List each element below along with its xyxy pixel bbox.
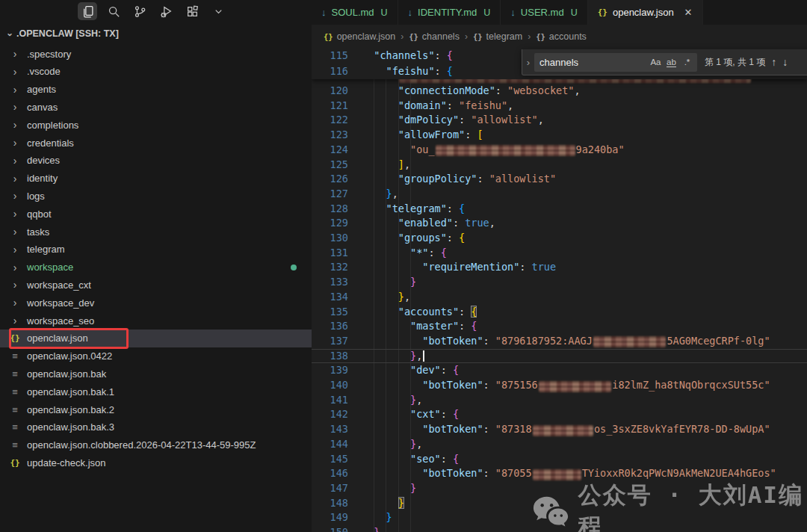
line-content: }, [362, 290, 410, 305]
sidebar-item-openclaw.json.bak[interactable]: ≡openclaw.json.bak [0, 365, 312, 383]
code-token [362, 276, 410, 288]
sidebar-item-canvas[interactable]: ›canvas [0, 98, 312, 116]
sidebar-item-completions[interactable]: ›completions [0, 116, 312, 134]
next-match-icon[interactable]: ↓ [782, 56, 788, 68]
sidebar-item-workspace_cxt[interactable]: ›workspace_cxt [0, 276, 312, 294]
code-token [362, 526, 374, 532]
breadcrumb-item-telegram[interactable]: {}telegram [473, 31, 522, 42]
code-line-137[interactable]: 137 "botToken": "8796187952:AAGJ5AG0Mceg… [312, 334, 807, 349]
sidebar-item-identity[interactable]: ›identity [0, 170, 312, 188]
code-line-124[interactable]: 124 "ou_9a240ba" [312, 143, 807, 158]
code-token: { [453, 408, 459, 420]
code-line-122[interactable]: 122 "dmPolicy": "allowlist", [312, 113, 807, 128]
line-number: 146 [312, 466, 348, 481]
source-control-icon[interactable] [130, 2, 149, 20]
sidebar-item-workspace[interactable]: ›workspace [0, 259, 312, 276]
sidebar-item-update-check.json[interactable]: {}update-check.json [0, 454, 312, 471]
sidebar-item-agents[interactable]: ›agents [0, 81, 312, 99]
breadcrumb-item-openclaw.json[interactable]: {}openclaw.json [324, 31, 395, 42]
sidebar-item-openclaw.json.0422[interactable]: ≡openclaw.json.0422 [0, 347, 312, 365]
sidebar-item-openclaw.json.bak.1[interactable]: ≡openclaw.json.bak.1 [0, 383, 312, 400]
code-line-136[interactable]: 136 "master": { [312, 319, 807, 334]
code-token: : [453, 217, 465, 229]
sidebar-item-.specstory[interactable]: ›.specstory [0, 45, 312, 63]
code-line-133[interactable]: 133 } [312, 275, 807, 290]
code-token [362, 306, 398, 318]
breadcrumb-item-accounts[interactable]: {}accounts [536, 31, 587, 42]
code-token: "botToken" [422, 467, 483, 479]
regex-icon[interactable]: .* [679, 58, 695, 66]
code-line-129[interactable]: 129 "enabled": true, [312, 216, 807, 231]
extensions-icon[interactable] [182, 2, 202, 20]
code-token: "groupPolicy" [398, 173, 477, 185]
code-line-130[interactable]: 130 "groups": { [312, 231, 807, 246]
code-token [362, 173, 398, 185]
file-label: tasks [27, 226, 49, 238]
breadcrumb-separator: › [528, 31, 531, 42]
tab-SOUL.md[interactable]: ↓SOUL.mdU [312, 0, 398, 25]
chevron-down-icon[interactable] [208, 2, 228, 20]
line-number: 140 [312, 378, 348, 393]
code-token: , [404, 158, 410, 170]
match-case-icon[interactable]: Aa [648, 58, 664, 66]
tab-USER.md[interactable]: ↓USER.mdU [501, 0, 587, 25]
sidebar-item-openclaw.json.bak.3[interactable]: ≡openclaw.json.bak.3 [0, 418, 312, 436]
code-line-145[interactable]: 145 "seo": { [312, 452, 807, 467]
breadcrumb-item-channels[interactable]: {}channels [409, 31, 460, 42]
code-line-143[interactable]: 143 "botToken": "87318os_3sxZE8vkYafEYR7… [312, 422, 807, 437]
code-line-127[interactable]: 127 }, [312, 187, 807, 202]
find-input[interactable]: channels Aa ab .* [534, 53, 697, 72]
sidebar-item-credentials[interactable]: ›credentials [0, 134, 312, 152]
sidebar-item-.vscode[interactable]: ›.vscode [0, 63, 312, 81]
previous-match-icon[interactable]: ↑ [771, 56, 776, 68]
code-line-132[interactable]: 132 "requireMention": true [312, 260, 807, 275]
run-and-debug-icon[interactable] [156, 2, 176, 20]
code-token: "8796187952:AAGJ [495, 335, 593, 347]
code-line-139[interactable]: 139 "dev": { [312, 363, 807, 378]
code-line-144[interactable]: 144 }, [312, 437, 807, 452]
sidebar-item-workspace_seo[interactable]: ›workspace_seo [0, 312, 312, 330]
code-line-140[interactable]: 140 "botToken": "875156i82lmZ_ha8tNqObrq… [312, 378, 807, 393]
sidebar-item-openclaw.json.clobbered.2026-04-22T13-44-59-995Z[interactable]: ≡openclaw.json.clobbered.2026-04-22T13-4… [0, 436, 312, 454]
code-editor[interactable]: 119 120 "connectionMode": "websocket",12… [312, 48, 807, 532]
code-token [362, 453, 410, 465]
code-line-138[interactable]: 138 }, [312, 349, 807, 364]
sidebar-item-qqbot[interactable]: ›qqbot [0, 205, 312, 223]
sidebar-item-openclaw.json.bak.2[interactable]: ≡openclaw.json.bak.2 [0, 400, 312, 418]
code-line-121[interactable]: 121 "domain": "feishu", [312, 99, 807, 114]
file-label: identity [27, 173, 58, 184]
code-line-120[interactable]: 120 "connectionMode": "websocket", [312, 84, 807, 99]
sidebar-item-telegram[interactable]: ›telegram [0, 241, 312, 259]
sidebar-item-logs[interactable]: ›logs [0, 187, 312, 205]
code-line-126[interactable]: 126 "groupPolicy": "allowlist" [312, 172, 807, 187]
toggle-replace-chevron-icon[interactable]: › [522, 57, 534, 68]
sidebar-item-tasks[interactable]: ›tasks [0, 223, 312, 241]
code-line-142[interactable]: 142 "cxt": { [312, 407, 807, 422]
code-line-135[interactable]: 135 "accounts": { [312, 305, 807, 320]
file-label: qqbot [27, 208, 52, 220]
sidebar-item-openclaw.json[interactable]: {}openclaw.json [0, 330, 312, 347]
sidebar-item-workspace_dev[interactable]: ›workspace_dev [0, 294, 312, 312]
explorer-root-header[interactable]: ⌄ .OPENCLAW [SSH: TX] [0, 25, 312, 43]
file-label: credentials [27, 137, 74, 149]
search-icon[interactable] [104, 2, 123, 20]
explorer-icon[interactable] [78, 2, 97, 20]
code-line-131[interactable]: 131 "*": { [312, 246, 807, 261]
line-number: 147 [312, 481, 348, 496]
code-line-134[interactable]: 134 }, [312, 290, 807, 305]
find-query[interactable]: channels [539, 57, 648, 68]
code-token: } [410, 482, 416, 494]
code-token: "botToken" [422, 335, 483, 347]
whole-word-icon[interactable]: ab [664, 58, 679, 66]
tab-IDENTITY.md[interactable]: ↓IDENTITY.mdU [398, 0, 501, 25]
sidebar-item-devices[interactable]: ›devices [0, 152, 312, 170]
code-line-125[interactable]: 125 ], [312, 158, 807, 173]
line-content: "botToken": "8796187952:AAGJ5AG0McegCRPf… [362, 334, 770, 349]
code-line-141[interactable]: 141 }, [312, 393, 807, 408]
code-line-128[interactable]: 128 "telegram": { [312, 202, 807, 217]
code-line-146[interactable]: 146 "botToken": "87055TYioxxR0k2qPWcN9Ak… [312, 466, 807, 481]
tab-openclaw.json[interactable]: {}openclaw.json✕ [588, 0, 703, 25]
code-line-123[interactable]: 123 "allowFrom": [ [312, 128, 807, 143]
close-icon[interactable]: ✕ [684, 7, 693, 18]
json-file-icon: {} [9, 458, 21, 468]
